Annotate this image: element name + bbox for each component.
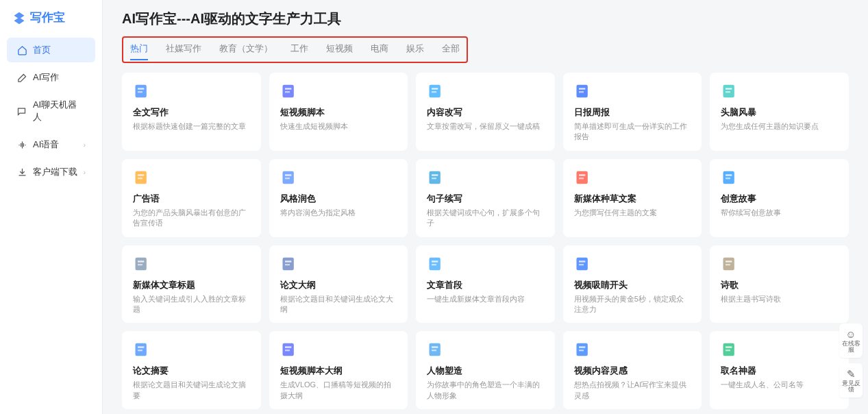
tool-icon	[280, 168, 299, 187]
tool-card[interactable]: 头脑风暴为您生成任何主题的知识要点	[710, 73, 849, 151]
tool-title: 新媒体文章标题	[133, 279, 250, 291]
svg-rect-4	[285, 88, 291, 89]
logo-text: 写作宝	[30, 10, 65, 25]
tool-card[interactable]: 论文大纲根据论文题目和关键词生成论文大纲	[269, 245, 408, 324]
svg-rect-34	[285, 260, 291, 262]
headset-icon: ☺	[845, 329, 856, 339]
svg-rect-31	[138, 260, 144, 262]
tool-title: 全文写作	[133, 106, 250, 119]
svg-rect-25	[579, 174, 585, 175]
tool-title: 头脑风暴	[721, 106, 838, 119]
tool-card[interactable]: 日报周报简单描述即可生成一份详实的工作报告	[563, 73, 702, 151]
sidebar: 写作宝 首页 AI写作 AI聊天机器人 AI语音 ›	[0, 0, 103, 414]
tool-card[interactable]: 视频吸睛开头用视频开头的黄金5秒，锁定观众注意力	[563, 245, 702, 324]
tool-card[interactable]: 视频内容灵感想热点拍视频？让AI写作宝来提供灵感	[563, 331, 702, 409]
sidebar-item-label: AI聊天机器人	[33, 99, 86, 123]
tool-icon	[721, 340, 740, 359]
tool-desc: 简单描述即可生成一份详实的工作报告	[574, 121, 691, 143]
tool-icon	[721, 82, 740, 101]
tool-title: 风格润色	[280, 193, 397, 205]
float-label: 意见反馈	[839, 380, 863, 393]
svg-rect-22	[432, 174, 438, 175]
tool-title: 文章首段	[427, 279, 544, 291]
svg-rect-20	[285, 178, 290, 179]
logo[interactable]: 写作宝	[0, 7, 102, 35]
svg-rect-59	[726, 350, 730, 351]
tab-shortvideo[interactable]: 短视频	[326, 40, 353, 60]
svg-rect-43	[726, 260, 732, 262]
tool-title: 短视频脚本大纲	[280, 365, 397, 377]
tool-title: 论文摘要	[133, 365, 250, 377]
tool-desc: 根据主题书写诗歌	[721, 294, 838, 304]
sidebar-item-download[interactable]: 客户端下载 ›	[7, 160, 95, 184]
svg-rect-11	[579, 91, 584, 93]
tab-hot[interactable]: 热门	[130, 40, 148, 60]
tool-desc: 一键生成人名、公司名等	[721, 380, 838, 390]
svg-rect-44	[726, 264, 730, 265]
category-tabs: 热门 社媒写作 教育（文学） 工作 短视频 电商 娱乐 全部	[130, 40, 460, 60]
svg-rect-19	[285, 174, 291, 175]
tool-card[interactable]: 论文摘要根据论文题目和关键词生成论文摘要	[122, 331, 261, 409]
tool-card[interactable]: 短视频脚本快速生成短视频脚本	[269, 73, 408, 151]
tool-card[interactable]: 文章首段一键生成新媒体文章首段内容	[416, 245, 555, 324]
float-label: 在线客服	[839, 341, 863, 353]
sidebar-item-ai-chatbot[interactable]: AI聊天机器人	[7, 93, 95, 130]
tool-card[interactable]: 取名神器一键生成人名、公司名等	[710, 331, 849, 409]
svg-rect-58	[726, 347, 732, 348]
tool-title: 诗歌	[721, 279, 838, 291]
svg-rect-49	[285, 347, 291, 348]
svg-rect-32	[138, 264, 142, 265]
tool-icon	[133, 82, 152, 101]
tool-card[interactable]: 全文写作根据标题快速创建一篇完整的文章	[122, 73, 261, 151]
tool-desc: 输入关键词生成引人入胜的文章标题	[133, 294, 250, 315]
page-title: AI写作宝---AI驱动的文字生产力工具	[122, 10, 849, 28]
tool-desc: 帮你续写创意故事	[721, 208, 838, 218]
tool-card[interactable]: 新媒体种草文案为您撰写任何主题的文案	[563, 159, 702, 237]
svg-rect-37	[432, 260, 438, 262]
tool-card[interactable]: 创意故事帮你续写创意故事	[710, 159, 849, 237]
feedback-button[interactable]: ✎ 意见反馈	[839, 363, 863, 398]
svg-rect-1	[138, 88, 144, 89]
tab-education[interactable]: 教育（文学）	[219, 40, 273, 60]
tool-icon	[427, 340, 446, 359]
tool-title: 句子续写	[427, 193, 544, 205]
tabs-highlight-box: 热门 社媒写作 教育（文学） 工作 短视频 电商 娱乐 全部	[122, 36, 468, 63]
tool-card[interactable]: 广告语为您的产品头脑风暴出有创意的广告宣传语	[122, 159, 261, 237]
sidebar-item-label: AI语音	[33, 138, 59, 151]
tool-title: 论文大纲	[280, 279, 397, 291]
card-grid: 全文写作根据标题快速创建一篇完整的文章短视频脚本快速生成短视频脚本内容改写文章按…	[122, 73, 849, 409]
sidebar-item-ai-writing[interactable]: AI写作	[7, 65, 95, 90]
tab-social[interactable]: 社媒写作	[166, 40, 201, 60]
tool-card[interactable]: 句子续写根据关键词或中心句，扩展多个句子	[416, 159, 555, 237]
tool-title: 视频吸睛开头	[574, 279, 691, 291]
tab-work[interactable]: 工作	[290, 40, 308, 60]
tool-card[interactable]: 内容改写文章按需改写，保留原义一键成稿	[416, 73, 555, 151]
tool-card[interactable]: 风格润色将内容润色为指定风格	[269, 159, 408, 237]
sidebar-item-ai-voice[interactable]: AI语音 ›	[7, 132, 95, 157]
tab-all[interactable]: 全部	[442, 40, 460, 60]
tool-icon	[427, 168, 446, 187]
tool-title: 日报周报	[574, 106, 691, 119]
logo-icon	[12, 11, 26, 25]
svg-rect-41	[579, 264, 584, 265]
tool-desc: 为你故事中的角色塑造一个丰满的人物形象	[427, 380, 544, 401]
svg-rect-46	[138, 347, 144, 348]
svg-rect-38	[432, 264, 436, 265]
svg-rect-13	[726, 88, 732, 89]
svg-rect-23	[432, 178, 436, 179]
tool-card[interactable]: 新媒体文章标题输入关键词生成引人入胜的文章标题	[122, 245, 261, 324]
customer-service-button[interactable]: ☺ 在线客服	[839, 324, 863, 358]
sidebar-item-home[interactable]: 首页	[7, 38, 95, 62]
tool-icon	[721, 168, 740, 187]
tool-card[interactable]: 人物塑造为你故事中的角色塑造一个丰满的人物形象	[416, 331, 555, 409]
tab-ecommerce[interactable]: 电商	[371, 40, 388, 60]
tool-icon	[574, 82, 593, 101]
tool-icon	[280, 254, 299, 273]
tool-card[interactable]: 诗歌根据主题书写诗歌	[710, 245, 849, 324]
svg-rect-17	[138, 178, 142, 179]
tool-title: 短视频脚本	[280, 106, 397, 119]
tool-desc: 生成VLOG、口播稿等短视频的拍摄大纲	[280, 380, 397, 401]
tool-card[interactable]: 短视频脚本大纲生成VLOG、口播稿等短视频的拍摄大纲	[269, 331, 408, 409]
floating-actions: ☺ 在线客服 ✎ 意见反馈	[839, 324, 863, 398]
tab-entertainment[interactable]: 娱乐	[406, 40, 424, 60]
